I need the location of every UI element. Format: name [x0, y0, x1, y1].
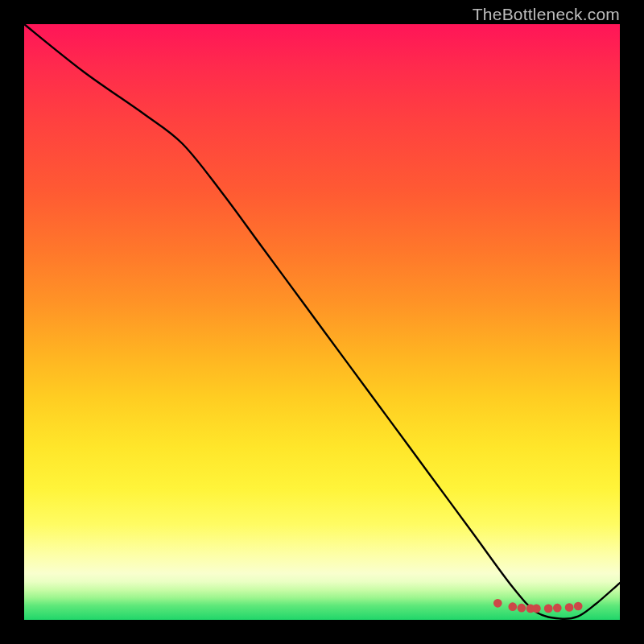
highlight-marker	[510, 604, 515, 609]
highlight-marker	[555, 605, 560, 611]
chart-stage: TheBottleneck.com	[0, 0, 644, 644]
highlight-marker	[495, 601, 501, 606]
highlight-marker	[534, 605, 539, 611]
plot-area	[24, 24, 620, 620]
highlight-marker	[576, 603, 581, 609]
watermark-text: TheBottleneck.com	[473, 5, 620, 24]
highlight-marker	[546, 605, 551, 611]
bottleneck-curve	[24, 24, 620, 619]
highlight-marker	[518, 605, 524, 611]
highlight-markers	[495, 601, 581, 612]
highlight-marker	[567, 605, 572, 610]
line-chart-svg	[24, 24, 620, 620]
